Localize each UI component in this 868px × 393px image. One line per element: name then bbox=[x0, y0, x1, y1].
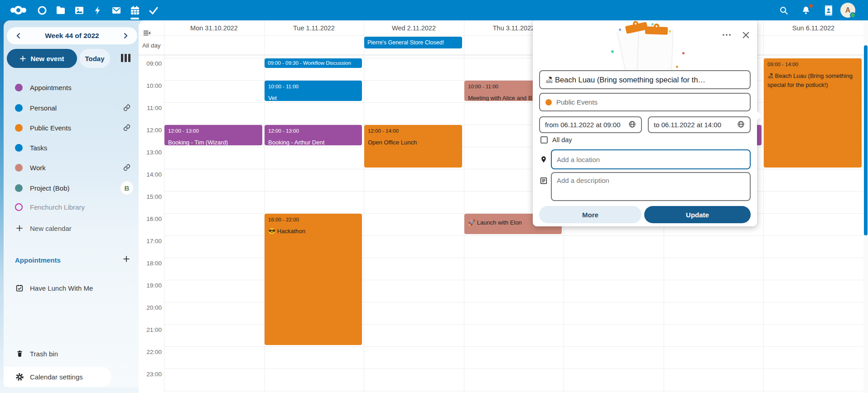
calendar-name: Fenchurch Library bbox=[30, 203, 85, 211]
event-title: Open Office Lunch bbox=[368, 138, 458, 147]
prev-week-icon[interactable] bbox=[15, 32, 22, 39]
calendar-name: Project (Bob) bbox=[30, 184, 70, 192]
day-header[interactable]: Wed 2.11.2022 bbox=[364, 20, 464, 35]
mail-icon[interactable] bbox=[109, 3, 124, 18]
next-week-icon[interactable] bbox=[122, 32, 129, 39]
time-label: 09:00 bbox=[139, 60, 162, 67]
calendar-name: Work bbox=[30, 164, 46, 172]
appointment-name: Have Lunch With Me bbox=[30, 284, 93, 292]
day-header[interactable]: Mon 31.10.2022 bbox=[164, 20, 264, 35]
sidebar: Week 44 of 2022 New event Today Appointm… bbox=[4, 20, 139, 388]
more-button[interactable]: More bbox=[539, 206, 641, 223]
sidebar-calendar-item[interactable]: Tasks bbox=[4, 139, 139, 156]
active-app-indicator bbox=[130, 18, 139, 19]
end-datetime-field[interactable]: to 06.11.2022 at 14:00 bbox=[648, 116, 751, 133]
time-label: 15:00 bbox=[139, 193, 162, 200]
time-label: 23:00 bbox=[139, 371, 162, 378]
trash-bin-item[interactable]: Trash bin bbox=[4, 345, 139, 362]
time-label: 16:00 bbox=[139, 216, 162, 222]
event-title: Booking - Arthur Dent bbox=[268, 138, 358, 145]
photos-icon[interactable] bbox=[72, 3, 87, 18]
new-event-button[interactable]: New event bbox=[7, 49, 77, 68]
search-icon[interactable] bbox=[776, 3, 791, 18]
calendar-event[interactable]: 16:00 - 22:00😎 Hackathon bbox=[265, 214, 362, 345]
allday-checkbox[interactable] bbox=[540, 136, 548, 144]
time-label: 14:00 bbox=[139, 171, 162, 178]
event-title: Vet bbox=[268, 94, 358, 101]
time-label: 21:00 bbox=[139, 326, 162, 333]
calendar-event[interactable]: 09:00 - 09:30 - Workflow Discussion bbox=[265, 58, 362, 68]
close-icon[interactable] bbox=[738, 27, 754, 43]
event-title: Booking - Tim (Wizard) bbox=[168, 138, 259, 145]
category-color-dot bbox=[545, 99, 552, 105]
popup-actions-icon[interactable] bbox=[719, 27, 735, 43]
start-datetime-field[interactable]: from 06.11.2022 at 09:00 bbox=[539, 116, 642, 133]
time-label: 19:00 bbox=[139, 282, 162, 289]
add-appointment-button[interactable] bbox=[121, 253, 132, 265]
contacts-icon[interactable] bbox=[821, 3, 836, 18]
tasks-icon[interactable] bbox=[146, 3, 161, 18]
day-header[interactable]: Sun 6.11.2022 bbox=[763, 20, 863, 35]
week-label: Week 44 of 2022 bbox=[45, 32, 99, 40]
calendar-settings-button[interactable]: Calendar settings bbox=[4, 367, 111, 387]
event-title-input[interactable] bbox=[539, 70, 751, 89]
share-link-icon[interactable] bbox=[121, 161, 133, 174]
time-label: 10:00 bbox=[139, 82, 162, 89]
activity-icon[interactable] bbox=[90, 3, 106, 18]
timezone-globe-icon[interactable] bbox=[737, 120, 745, 129]
day-header[interactable]: Tue 1.11.2022 bbox=[264, 20, 364, 35]
plus-icon bbox=[15, 224, 24, 233]
calendar-name: Public Events bbox=[30, 124, 71, 132]
location-input[interactable] bbox=[551, 149, 751, 169]
calendar-event[interactable]: 12:00 - 13:00Booking - Arthur Dent bbox=[265, 125, 362, 145]
calendar-color-dot bbox=[15, 124, 23, 132]
today-button[interactable]: Today bbox=[79, 49, 110, 68]
share-link-icon[interactable] bbox=[121, 101, 133, 114]
calendar-event[interactable]: 09:00 - 14:00🏖 Beach Luau (Bring somethi… bbox=[764, 58, 862, 168]
sidebar-calendar-item[interactable]: Work bbox=[4, 159, 139, 176]
update-button[interactable]: Update bbox=[644, 206, 751, 223]
allday-checkbox-row[interactable]: All day bbox=[540, 136, 572, 144]
sidebar-calendar-item[interactable]: Project (Bob)B bbox=[4, 180, 139, 196]
notification-dot bbox=[809, 4, 813, 8]
avatar-badge: B bbox=[121, 181, 133, 195]
calendar-icon[interactable] bbox=[127, 3, 143, 18]
status-dot bbox=[850, 12, 856, 18]
calendar-color-dot bbox=[15, 104, 23, 112]
grid-hline bbox=[164, 391, 868, 391]
calendar-event[interactable]: 12:00 - 14:00Open Office Lunch bbox=[364, 125, 462, 168]
time-label: 13:00 bbox=[139, 149, 162, 156]
calendar-grid: All day Mon 31.10.2022Tue 1.11.2022Wed 2… bbox=[139, 20, 868, 393]
nextcloud-logo[interactable] bbox=[6, 4, 30, 16]
sidebar-calendar-item[interactable]: Fenchurch Library bbox=[4, 199, 139, 215]
grid-hline bbox=[164, 346, 868, 347]
week-view-toggle-icon[interactable] bbox=[121, 54, 134, 63]
time-label: 12:00 bbox=[139, 127, 162, 134]
trash-icon bbox=[15, 349, 24, 358]
appointment-item[interactable]: Have Lunch With Me bbox=[4, 280, 139, 296]
dashboard-icon[interactable] bbox=[34, 3, 50, 18]
sidebar-calendar-item[interactable]: Personal bbox=[4, 100, 139, 116]
event-time: 12:00 - 14:00 bbox=[368, 128, 458, 134]
files-icon[interactable] bbox=[53, 3, 68, 18]
calendar-event[interactable]: 10:00 - 11:00Vet bbox=[265, 81, 362, 101]
event-time: 09:00 - 14:00 bbox=[767, 62, 858, 67]
new-calendar-button[interactable]: New calendar bbox=[4, 220, 139, 236]
sidebar-calendar-item[interactable]: Public Events bbox=[4, 120, 139, 136]
time-label: 18:00 bbox=[139, 260, 162, 267]
calendar-event[interactable]: 12:00 - 13:00Booking - Tim (Wizard) bbox=[164, 125, 262, 145]
sidebar-calendar-item[interactable]: Appointments bbox=[4, 79, 139, 96]
appointments-heading: Appointments bbox=[15, 256, 61, 264]
timezone-globe-icon[interactable] bbox=[628, 120, 636, 129]
description-input[interactable] bbox=[551, 172, 751, 201]
allday-event[interactable]: Pierre's General Store Closed! bbox=[364, 37, 462, 48]
scrollbar-thumb[interactable] bbox=[864, 45, 868, 235]
allday-divider bbox=[139, 55, 868, 55]
grid-hline bbox=[164, 102, 868, 103]
category-select[interactable]: Public Events bbox=[539, 93, 751, 111]
calendar-name: Personal bbox=[30, 104, 57, 112]
event-time: 12:00 - 13:00 bbox=[268, 128, 358, 134]
event-time: 16:00 - 22:00 bbox=[268, 217, 358, 222]
share-link-icon[interactable] bbox=[121, 121, 133, 134]
grid-vline bbox=[464, 20, 464, 393]
